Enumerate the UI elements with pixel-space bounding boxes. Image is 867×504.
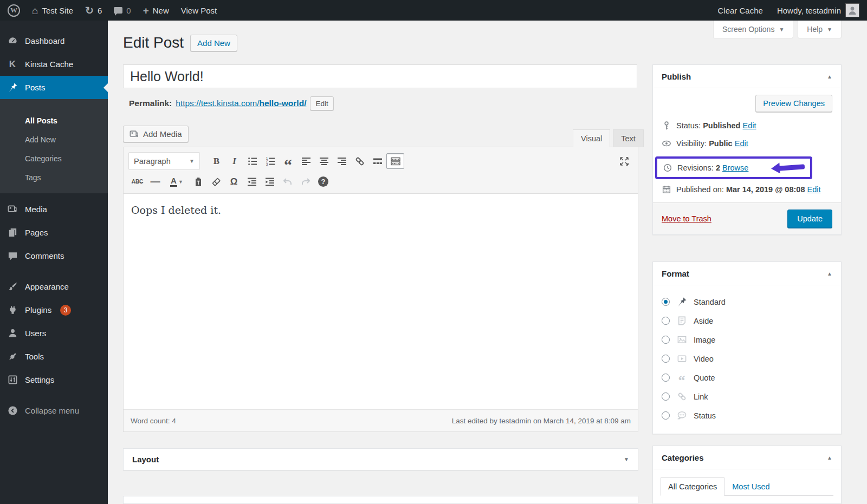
edit-visibility-link[interactable]: Edit	[735, 139, 748, 148]
clear-formatting-button[interactable]	[207, 174, 225, 189]
chevron-up-icon[interactable]: ▲	[827, 271, 832, 277]
move-to-trash-link[interactable]: Move to Trash	[662, 214, 711, 223]
sidebar-item-settings[interactable]: Settings	[0, 368, 108, 391]
site-name-link[interactable]: ⌂ Test Site	[32, 5, 73, 16]
categories-header[interactable]: Categories ▲	[653, 446, 841, 469]
edit-date-link[interactable]: Edit	[807, 185, 820, 194]
updates-link[interactable]: ↻ 6	[85, 5, 102, 16]
format-option-video[interactable]: Video	[662, 349, 832, 368]
chevron-down-icon: ▼	[189, 158, 195, 164]
tab-most-used[interactable]: Most Used	[724, 478, 777, 495]
site-name-label: Test Site	[42, 6, 73, 15]
editor-content-area[interactable]: Oops I deleted it.	[124, 194, 638, 409]
bulleted-list-button[interactable]	[243, 153, 261, 169]
blockquote-button[interactable]: “	[279, 153, 297, 169]
account-menu[interactable]: Howdy, testadmin	[777, 6, 841, 15]
eraser-icon	[211, 176, 222, 187]
chevron-down-icon[interactable]: ▼	[624, 456, 629, 462]
admin-bar: W ⌂ Test Site ↻ 6 0 + New View Post	[0, 0, 867, 21]
paste-as-text-button[interactable]	[189, 174, 207, 189]
paragraph-format-select[interactable]: Paragraph ▼	[128, 152, 200, 170]
radio-standard[interactable]	[662, 298, 670, 306]
submenu-add-new[interactable]: Add New	[0, 130, 108, 149]
indent-button[interactable]	[261, 174, 279, 189]
toolbar-toggle-button[interactable]	[386, 153, 404, 169]
sidebar-item-kinsta-cache[interactable]: K Kinsta Cache	[0, 53, 108, 76]
sidebar-item-tools[interactable]: Tools	[0, 345, 108, 368]
post-title-input[interactable]	[123, 64, 637, 88]
tab-all-categories[interactable]: All Categories	[661, 477, 724, 496]
fullscreen-button[interactable]	[615, 153, 633, 169]
visibility-row: Visibility: Public Edit	[662, 139, 832, 148]
keyboard-shortcuts-button[interactable]: ?	[314, 174, 332, 189]
format-option-standard[interactable]: Standard	[662, 292, 832, 311]
submenu-categories[interactable]: Categories	[0, 149, 108, 168]
radio-image[interactable]	[662, 336, 670, 344]
sidebar-item-users[interactable]: Users	[0, 322, 108, 345]
clear-cache-link[interactable]: Clear Cache	[718, 6, 763, 15]
submenu-all-posts[interactable]: All Posts	[0, 111, 108, 130]
radio-quote[interactable]	[662, 374, 670, 382]
update-button[interactable]: Update	[787, 210, 832, 228]
numbered-list-button[interactable]: 123	[261, 153, 279, 169]
revisions-count: 2	[716, 163, 720, 172]
italic-button[interactable]: I	[225, 153, 243, 169]
help-button[interactable]: Help ▼	[798, 21, 842, 38]
sidebar-item-appearance[interactable]: Appearance	[0, 275, 108, 298]
radio-aside[interactable]	[662, 317, 670, 325]
redo-button[interactable]	[296, 174, 314, 189]
undo-button[interactable]	[279, 174, 296, 189]
horizontal-rule-button[interactable]: —	[146, 174, 164, 189]
radio-link[interactable]	[662, 392, 670, 401]
sidebar-item-comments[interactable]: Comments	[0, 244, 108, 267]
tab-text[interactable]: Text	[613, 129, 644, 147]
howdy-label: Howdy, testadmin	[777, 6, 841, 15]
edit-permalink-button[interactable]: Edit	[310, 96, 333, 110]
align-center-button[interactable]	[315, 153, 333, 169]
edit-status-link[interactable]: Edit	[743, 121, 756, 130]
preview-changes-button[interactable]: Preview Changes	[755, 95, 832, 112]
insert-link-button[interactable]	[351, 153, 368, 169]
align-left-button[interactable]	[297, 153, 315, 169]
collapse-menu-button[interactable]: Collapse menu	[0, 399, 108, 422]
sidebar-item-media[interactable]: Media	[0, 198, 108, 221]
text-color-button[interactable]: A ▼	[164, 174, 189, 189]
submenu-tags[interactable]: Tags	[0, 168, 108, 187]
screen-options-button[interactable]: Screen Options ▼	[713, 21, 793, 38]
permalink-link[interactable]: https://test.kinsta.com/hello-world/	[176, 99, 306, 108]
format-option-quote[interactable]: “ Quote	[662, 368, 832, 387]
radio-status[interactable]	[662, 411, 670, 420]
wordpress-logo-menu[interactable]: W	[8, 4, 20, 17]
comments-link[interactable]: 0	[114, 6, 131, 15]
format-option-aside[interactable]: Aside	[662, 311, 832, 330]
format-option-image[interactable]: Image	[662, 330, 832, 349]
submenu-label: Tags	[25, 173, 41, 182]
layout-metabox-header[interactable]: Layout ▼	[124, 449, 638, 470]
sidebar-item-plugins[interactable]: Plugins 3	[0, 298, 108, 322]
read-more-button[interactable]	[368, 153, 386, 169]
new-content-menu[interactable]: + New	[143, 5, 169, 16]
bold-button[interactable]: B	[208, 153, 225, 169]
avatar[interactable]	[845, 3, 859, 17]
strikethrough-button[interactable]: ABC	[128, 174, 146, 189]
tab-visual[interactable]: Visual	[573, 129, 610, 147]
screen-meta-links: Screen Options ▼ Help ▼	[713, 21, 842, 38]
format-header[interactable]: Format ▲	[653, 262, 841, 285]
browse-revisions-link[interactable]: Browse	[722, 163, 748, 172]
indent-icon	[264, 176, 275, 187]
radio-video[interactable]	[662, 355, 670, 363]
view-post-link[interactable]: View Post	[181, 6, 217, 15]
special-character-button[interactable]: Ω	[225, 174, 243, 189]
chevron-up-icon[interactable]: ▲	[827, 455, 832, 461]
add-new-button[interactable]: Add New	[190, 35, 237, 51]
chevron-up-icon[interactable]: ▲	[827, 74, 832, 80]
format-option-link[interactable]: Link	[662, 387, 832, 406]
sidebar-item-dashboard[interactable]: Dashboard	[0, 29, 108, 53]
align-right-button[interactable]	[333, 153, 351, 169]
sidebar-item-posts[interactable]: Posts	[0, 76, 108, 99]
sidebar-item-pages[interactable]: Pages	[0, 221, 108, 244]
format-option-status[interactable]: Status	[662, 406, 832, 425]
add-media-button[interactable]: Add Media	[123, 126, 189, 142]
publish-header[interactable]: Publish ▲	[653, 65, 841, 88]
outdent-button[interactable]	[243, 174, 261, 189]
